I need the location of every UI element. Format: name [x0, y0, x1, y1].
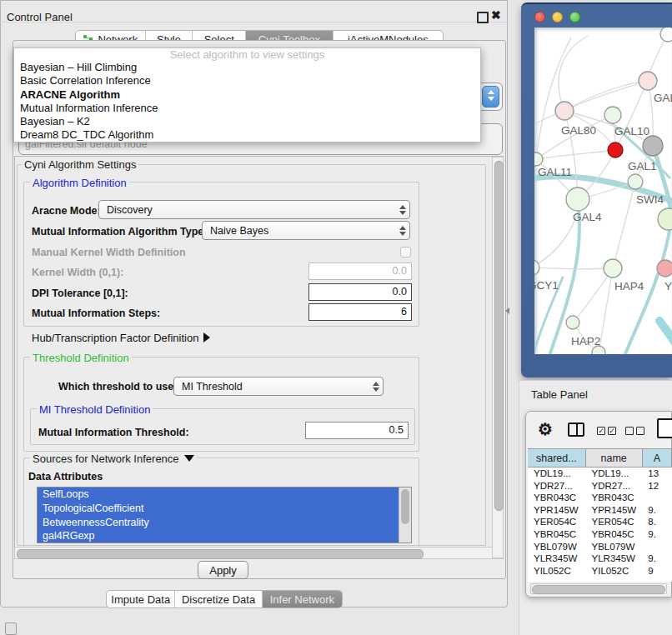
network-node[interactable] [660, 28, 672, 42]
table-row[interactable]: YDR27...YDR27...12 [528, 480, 672, 492]
network-graph: GALGAL80GAL10GAL11GAL1SWI4GAL4GCY1HAP4YH… [534, 28, 672, 354]
network-node-y[interactable] [657, 260, 672, 277]
network-node[interactable] [658, 208, 672, 230]
network-edge[interactable] [534, 268, 605, 269]
network-node[interactable] [592, 346, 605, 354]
table-cell: 9. [642, 504, 672, 517]
table-row[interactable]: YDL19...YDL19...13 [528, 468, 672, 480]
combo-stepper-focused[interactable] [482, 86, 499, 108]
network-edge[interactable] [534, 211, 578, 268]
data-attributes-list: SelfLoopsTopologicalCoefficientBetweenne… [37, 487, 412, 543]
column-header-name[interactable]: name [586, 449, 643, 467]
network-edge[interactable] [534, 81, 648, 128]
splitter-collapse-icon[interactable] [505, 308, 509, 314]
export-table-icon[interactable] [657, 418, 672, 438]
network-node-gal80[interactable] [555, 102, 574, 120]
network-node-gal1[interactable] [628, 174, 643, 189]
network-edge[interactable] [624, 231, 669, 354]
network-node-gal11[interactable] [534, 152, 543, 166]
vertical-scrollbar[interactable] [492, 157, 504, 558]
table-row[interactable]: YER054CYER054C8. [528, 516, 672, 528]
table-cell: YER054C [528, 516, 586, 528]
network-node-hap2[interactable] [566, 316, 579, 329]
algorithm-option[interactable]: ARACNE Algorithm [14, 88, 480, 102]
table-horizontal-scrollbar-thumb[interactable] [532, 585, 665, 594]
network-edge[interactable] [564, 81, 648, 111]
mi-steps-field[interactable]: 6 [308, 303, 412, 321]
close-window-icon[interactable] [534, 12, 545, 22]
mi-threshold-field[interactable]: 0.5 [305, 422, 409, 439]
network-edge[interactable] [549, 202, 579, 354]
network-edge[interactable] [573, 268, 613, 322]
table-row[interactable]: YLR345WYLR345W9. [528, 552, 672, 565]
algorithm-option[interactable]: Basic Correlation Inference [14, 74, 480, 88]
table-row[interactable]: YIL052CYIL052C9 [528, 565, 672, 577]
algorithm-option[interactable]: Mutual Information Inference [14, 102, 480, 115]
network-edge[interactable] [659, 321, 672, 354]
tab-impute-data[interactable]: Impute Data [107, 591, 175, 608]
select-all-checkbox-icon[interactable]: ✓ [608, 427, 616, 435]
algorithm-option[interactable]: Bayesian – Hill Climbing [14, 61, 480, 74]
combo-stepper-icon [396, 226, 409, 236]
table-row[interactable]: YBR043CYBR043C [528, 492, 672, 504]
column-header-shared-[interactable]: shared... [528, 449, 586, 467]
deselect-all-checkbox-icon[interactable] [636, 427, 644, 435]
apply-button[interactable]: Apply [198, 561, 248, 579]
deselect-all-checkbox-icon[interactable] [625, 427, 634, 435]
data-attribute-item[interactable]: gal4RGexp [38, 529, 399, 543]
list-scrollbar[interactable] [399, 488, 411, 542]
algorithm-option[interactable]: Bayesian – K2 [14, 115, 480, 128]
gear-icon[interactable]: ⚙ [538, 419, 553, 439]
network-canvas[interactable]: GALGAL80GAL10GAL11GAL1SWI4GAL4GCY1HAP4YH… [534, 28, 672, 354]
data-attribute-item[interactable]: SelfLoops [38, 488, 399, 502]
aracne-mode-combo[interactable]: Discovery [98, 200, 410, 219]
table-cell [642, 492, 672, 504]
network-edge[interactable] [613, 182, 635, 268]
network-node-gal4[interactable] [566, 188, 589, 211]
horizontal-scrollbar[interactable] [14, 547, 504, 559]
control-panel-titlebar[interactable] [0, 0, 508, 22]
screen: Control Panel ✖ NetworkStyleSelectCyni T… [0, 0, 672, 635]
data-attribute-item[interactable]: TopologicalCoefficient [38, 502, 399, 516]
node-label: GAL4 [573, 211, 602, 223]
hub-definition-expander[interactable]: Hub/Transcription Factor Definition [32, 332, 210, 344]
manual-kernel-checkbox[interactable] [400, 247, 411, 258]
horizontal-scrollbar-thumb[interactable] [17, 549, 424, 559]
dpi-tolerance-field[interactable]: 0.0 [308, 283, 412, 301]
network-node-gal10[interactable] [604, 107, 621, 123]
table-horizontal-scrollbar[interactable] [530, 583, 667, 594]
table-cell: YPR145W [586, 504, 643, 517]
data-attribute-item[interactable]: BetweennessCentrality [38, 516, 399, 530]
float-panel-icon[interactable] [477, 12, 489, 23]
kernel-width-field[interactable]: 0.0 [308, 262, 412, 280]
network-node[interactable] [643, 136, 663, 156]
algorithm-popup-list: Bayesian – Hill ClimbingBasic Correlatio… [14, 61, 480, 142]
list-scrollbar-thumb[interactable] [401, 489, 409, 524]
network-edge[interactable] [599, 268, 613, 352]
minimize-window-icon[interactable] [552, 12, 563, 22]
network-edge[interactable] [559, 36, 588, 111]
table-row[interactable]: YBR045CYBR045C9. [528, 528, 672, 541]
columns-icon[interactable] [568, 422, 584, 437]
column-header-a[interactable]: A [643, 449, 672, 467]
algorithm-option[interactable]: Dream8 DC_TDC Algorithm [14, 128, 480, 142]
table-row[interactable]: YPR145WYPR145W9. [528, 504, 672, 517]
table-row[interactable]: YBL079WYBL079W [528, 541, 672, 553]
mi-type-combo[interactable]: Naive Bayes [202, 221, 410, 240]
sources-group-title[interactable]: Sources for Network Inference [30, 452, 197, 465]
tab-infer-network[interactable]: Infer Network [263, 591, 342, 608]
network-node-hap4[interactable] [604, 259, 622, 278]
node-label: GAL10 [614, 125, 649, 138]
tab-discretize-data[interactable]: Discretize Data [175, 591, 262, 608]
which-threshold-label: Which threshold to use: [58, 381, 177, 392]
window-grip-icon[interactable] [5, 622, 17, 635]
stepper-up-icon [488, 90, 494, 94]
select-all-checkbox-icon[interactable]: ✓ [597, 427, 605, 435]
zoom-window-icon[interactable] [569, 12, 580, 22]
network-node-gcy1[interactable] [534, 260, 539, 275]
which-threshold-combo[interactable]: MI Threshold [173, 377, 384, 396]
close-panel-icon[interactable]: ✖ [491, 8, 501, 22]
vertical-scrollbar-thumb[interactable] [494, 161, 504, 511]
network-node[interactable] [608, 142, 623, 158]
network-node-gal[interactable] [639, 72, 657, 90]
